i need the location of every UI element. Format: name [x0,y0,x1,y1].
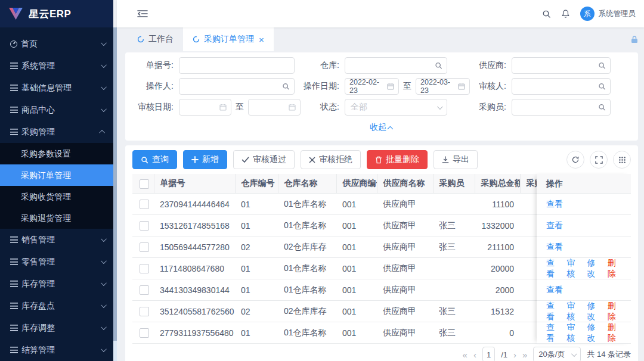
op-link[interactable]: 修改 [587,301,601,322]
cell-amount: 15132 [475,301,520,322]
top-header: 系 系统管理员 [117,0,644,27]
sidebar-item[interactable]: 首页 [0,33,113,55]
op-link[interactable]: 审核 [566,322,580,344]
op-link[interactable]: 查看 [546,301,560,322]
query-button[interactable]: 查询 [132,150,177,169]
row-checkbox[interactable] [140,307,149,316]
op-link[interactable]: 查看 [546,220,563,231]
chevron-icon [101,346,107,352]
col-amount: 采购总金额 [475,174,520,194]
row-checkbox[interactable] [140,200,149,209]
row-checkbox[interactable] [140,264,149,273]
select-all-checkbox[interactable] [140,179,149,189]
audit-date-to-input[interactable] [248,99,301,116]
sidebar-item[interactable]: 结算管理 [0,339,113,361]
buyer-label: 采购员: [470,102,512,113]
op-link[interactable]: 查看 [546,322,560,344]
sidebar-item[interactable]: 库存调整 [0,317,113,339]
op-link[interactable]: 删除 [608,258,621,279]
sidebar-subitem[interactable]: 采购订单管理 [0,164,113,186]
column-settings-button[interactable] [613,151,631,169]
date-value: 2022-02-23 [349,78,387,95]
sidebar-scrollbar[interactable] [113,27,117,361]
export-button[interactable]: 导出 [434,150,478,169]
refresh-button[interactable] [566,151,584,169]
notification-bell-icon[interactable] [561,9,570,18]
reject-button[interactable]: 审核拒绝 [301,150,361,169]
row-checkbox[interactable] [140,285,149,295]
last-page-icon[interactable]: » [522,350,527,360]
tab[interactable]: 采购订单管理 × [183,27,274,51]
status-select[interactable]: 全部 [345,99,447,116]
fullscreen-button[interactable] [590,151,608,169]
op-link[interactable]: 查看 [546,285,563,295]
scrollbar-thumb[interactable] [113,341,117,361]
op-link[interactable]: 查看 [546,199,563,210]
sidebar-item[interactable]: 销售管理 [0,229,113,251]
op-date-from-input[interactable]: 2022-02-23 [345,78,399,95]
audit-date-from-input[interactable] [179,99,231,116]
doc-no-input[interactable] [179,57,295,74]
brand-logo: 星云ERP [0,0,113,27]
sidebar-item-label: 销售管理 [21,235,55,245]
lock-icon[interactable] [630,35,639,45]
cell-doc-no: 237094144446464 [154,194,235,215]
add-button[interactable]: 新增 [183,150,227,169]
collapse-filters-link[interactable]: 收起 [134,120,630,136]
refresh-ring-icon[interactable] [193,36,200,43]
buyer-input[interactable] [512,99,611,116]
sidebar-item[interactable]: 采购管理 [0,121,113,143]
cell-warehouse-code: 01 [235,322,278,344]
op-link[interactable]: 修改 [587,258,601,279]
op-date-to-input[interactable]: 2022-03-23 [416,78,470,95]
cell-buyer: 张三 [433,322,475,344]
cell-doc-no: 3512405581762560 [154,301,235,322]
close-icon[interactable]: × [259,35,264,45]
chevron-icon [101,236,107,242]
batch-delete-button[interactable]: 批量删除 [367,150,428,169]
sidebar-subitem[interactable]: 采购参数设置 [0,143,113,164]
sidebar-item[interactable]: 零售管理 [0,251,113,273]
op-link[interactable]: 修改 [587,322,601,344]
search-icon[interactable] [542,10,551,18]
cell-warehouse-code: 01 [235,279,278,301]
tab[interactable]: 工作台 × [128,27,183,51]
row-checkbox[interactable] [140,221,149,231]
row-checkbox[interactable] [140,242,149,252]
op-link[interactable]: 删除 [608,301,621,322]
refresh-icon [571,155,580,164]
operator-input[interactable] [179,78,295,95]
cell-doc-no: 11714808647680 [154,258,235,279]
warehouse-input[interactable] [345,57,447,74]
prev-page-icon[interactable]: ‹ [473,350,476,360]
sidebar-item[interactable]: 库存盘点 [0,295,113,317]
sidebar-item[interactable]: 库存管理 [0,273,113,295]
search-icon [282,83,290,91]
avatar[interactable]: 系 [580,7,595,21]
chevron-icon [101,302,107,308]
sidebar-item[interactable]: 基础信息管理 [0,77,113,99]
cell-warehouse-name: 02仓库库存 [278,236,336,258]
supplier-input[interactable] [512,57,611,74]
brand-name: 星云ERP [29,7,71,21]
sidebar-collapse-button[interactable] [137,10,148,18]
user-menu[interactable]: 系 系统管理员 [580,7,636,21]
op-link[interactable]: 删除 [608,322,621,344]
first-page-icon[interactable]: « [463,350,467,360]
next-page-icon[interactable]: › [513,350,516,360]
toolbar: 查询 新增 审核通过 审核拒绝 批量删除 [132,150,631,169]
sidebar-subitem[interactable]: 采购收货管理 [0,186,113,207]
sidebar-item[interactable]: 商品中心 [0,99,113,121]
current-page[interactable]: 1 [482,347,495,361]
op-link[interactable]: 查看 [546,242,563,253]
page-size-select[interactable]: 20条/页 [533,347,581,361]
refresh-ring-icon[interactable] [137,36,144,43]
op-link[interactable]: 查看 [546,258,560,279]
row-checkbox[interactable] [140,328,149,338]
approve-button[interactable]: 审核通过 [233,150,295,169]
op-link[interactable]: 审核 [566,258,580,279]
sidebar-subitem[interactable]: 采购退货管理 [0,207,113,229]
auditor-input[interactable] [512,78,611,95]
op-link[interactable]: 审核 [566,301,580,322]
sidebar-item[interactable]: 系统管理 [0,55,113,77]
